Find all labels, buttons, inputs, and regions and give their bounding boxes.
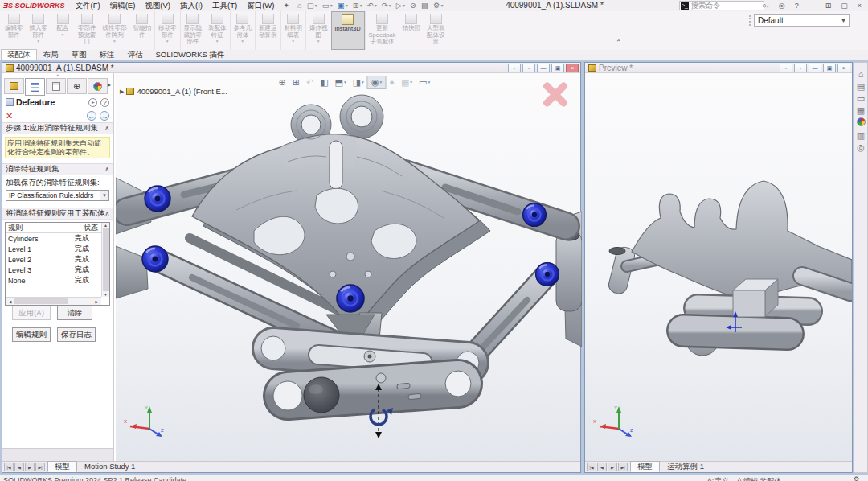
- vertical-scrollbar[interactable]: ▲▼: [101, 223, 109, 297]
- section-ruleset[interactable]: 消除特征规则集∧: [2, 163, 113, 175]
- collapse-ribbon-icon[interactable]: ⌃: [616, 39, 622, 47]
- ribbon-button[interactable]: Instant3D ▾: [331, 11, 365, 50]
- menu-item[interactable]: 工具(T): [207, 1, 242, 11]
- panels-icon[interactable]: ▤▾: [419, 0, 431, 11]
- forum-icon[interactable]: ◎: [857, 142, 865, 152]
- ribbon-tab[interactable]: 草图: [65, 49, 93, 60]
- ruleset-dropdown[interactable]: IP Classification Rule.slddrs▼: [6, 190, 109, 201]
- ribbon-tab[interactable]: 评估: [121, 49, 149, 60]
- tab-propertymanager[interactable]: [25, 78, 45, 96]
- ribbon-button[interactable]: 插入零 部件 ▾: [27, 11, 51, 50]
- apply-scene-icon[interactable]: ▦▾: [398, 76, 416, 88]
- clear-button[interactable]: 清除: [57, 306, 92, 320]
- search-icon[interactable]: ○▾: [757, 0, 773, 12]
- undo-icon[interactable]: ↶▾: [365, 0, 379, 11]
- ribbon-tab[interactable]: SOLIDWORKS 插件: [149, 49, 231, 60]
- viewport-tree-item[interactable]: ▶ 40099001_A (1) (Front E...: [120, 87, 227, 96]
- ribbon-button[interactable]: 线性零部 件阵列 ▾: [100, 11, 130, 50]
- defeatured-body[interactable]: [607, 181, 852, 356]
- table-row[interactable]: Level 3完成: [6, 265, 109, 275]
- last-tab-icon[interactable]: ▶|: [35, 462, 45, 471]
- zoom-fit-icon[interactable]: ⊕▾: [275, 76, 289, 88]
- ribbon-button[interactable]: 配合 ▾: [51, 11, 75, 50]
- new-document-icon[interactable]: ▢▾: [305, 0, 320, 11]
- search-input[interactable]: >_ 搜索命令: [679, 1, 764, 10]
- document-tab[interactable]: 运动算例 1: [660, 461, 711, 472]
- tab-configurations[interactable]: [46, 78, 66, 94]
- home-icon[interactable]: ⌂▾: [295, 0, 305, 11]
- restore-icon[interactable]: ▣: [823, 64, 836, 72]
- ribbon-tab[interactable]: 标注: [93, 49, 121, 60]
- appearances-icon[interactable]: ●: [857, 117, 866, 128]
- preview-window-titlebar[interactable]: Preview * ▫▫—▣×: [585, 63, 852, 73]
- central-plate[interactable]: [192, 95, 490, 356]
- ribbon-button[interactable]: 编辑零 部件 ▾: [2, 11, 27, 50]
- edit-appearance-icon[interactable]: ●▾: [386, 76, 398, 88]
- tab-appearances[interactable]: [88, 78, 108, 94]
- 3d-model[interactable]: [116, 73, 582, 462]
- table-row[interactable]: None完成: [6, 275, 109, 286]
- close-icon[interactable]: ×: [837, 64, 850, 72]
- menu-item[interactable]: 视图(V): [140, 1, 175, 11]
- ribbon-button[interactable]: 参考几 何体 ▾: [230, 11, 256, 50]
- save-icon[interactable]: ▣▾: [335, 0, 350, 11]
- apply-button[interactable]: 应用(A): [12, 306, 51, 320]
- next-tab-icon[interactable]: ▶: [25, 462, 35, 471]
- ribbon-tab[interactable]: 布局: [37, 49, 65, 60]
- horizontal-scrollbar[interactable]: ◀▶: [6, 297, 101, 305]
- minimize-icon[interactable]: —: [537, 64, 550, 72]
- pin-menu-icon[interactable]: ✦: [279, 2, 293, 10]
- open-icon[interactable]: ▭▾: [320, 0, 335, 11]
- ribbon-button[interactable]: 爆炸视 图 ▾: [305, 11, 331, 50]
- display-style-icon[interactable]: ◨▾: [350, 76, 367, 88]
- close-icon[interactable]: ×: [566, 64, 579, 72]
- forward-icon[interactable]: →: [100, 111, 109, 121]
- document-tab[interactable]: 模型: [47, 461, 77, 472]
- section-view-icon[interactable]: ◧▾: [317, 76, 331, 88]
- pin-icon[interactable]: +: [88, 98, 97, 107]
- cancel-icon[interactable]: ✕: [6, 111, 13, 121]
- hide-show-items-icon[interactable]: ◉▾: [367, 76, 386, 89]
- menu-item[interactable]: 编辑(E): [105, 1, 141, 11]
- table-row[interactable]: Level 1完成: [6, 244, 109, 254]
- prev-tab-icon[interactable]: ◀: [597, 462, 607, 471]
- minimize-icon[interactable]: —: [809, 64, 821, 72]
- document-window-titlebar[interactable]: 40099001_A (1).SLDASM * ▫▫—▣×: [2, 63, 580, 73]
- tab-featuremanager[interactable]: [4, 78, 24, 94]
- table-row[interactable]: Level 2完成: [6, 254, 109, 265]
- back-icon[interactable]: ←: [87, 111, 96, 121]
- section-step1[interactable]: 步骤 1:应用消除特征规则集∧: [2, 122, 113, 134]
- edit-rules-button[interactable]: 编辑规则: [12, 327, 51, 342]
- panel-flyout-icon[interactable]: ▸: [108, 81, 111, 88]
- close-icon[interactable]: ×▾: [853, 0, 866, 11]
- table-row[interactable]: Cylinders完成: [6, 233, 109, 244]
- options-gear-icon[interactable]: ⚙▾: [431, 0, 446, 11]
- last-tab-icon[interactable]: ▶|: [618, 462, 628, 471]
- document-tab[interactable]: 模型: [630, 461, 660, 472]
- attach-icon[interactable]: ⊘▾: [407, 0, 419, 11]
- ribbon-button[interactable]: 材料明 细表 ▾: [280, 11, 306, 50]
- pane2-icon[interactable]: ▫: [794, 64, 807, 72]
- minimize-icon[interactable]: —▾: [804, 0, 821, 11]
- file-explorer-icon[interactable]: ▭: [857, 93, 865, 103]
- restore-icon[interactable]: ▢▾: [836, 0, 853, 11]
- ribbon-button[interactable]: 更新 Speedpak 子装配体 ▾: [365, 11, 399, 50]
- section-apply-rules[interactable]: 将消除特征规则应用于装配体∧: [2, 208, 113, 220]
- zoom-area-icon[interactable]: ⊞▾: [289, 76, 303, 88]
- first-tab-icon[interactable]: |◀: [4, 462, 14, 471]
- next-tab-icon[interactable]: ▶: [608, 462, 617, 471]
- pane1-icon[interactable]: ▫: [780, 64, 792, 72]
- tab-dimxpert[interactable]: ⊕: [67, 78, 87, 94]
- menu-item[interactable]: 插入(I): [175, 1, 207, 11]
- expand-icon[interactable]: ▶: [120, 88, 124, 95]
- menu-item[interactable]: 文件(F): [71, 1, 105, 11]
- solidworks-resources-icon[interactable]: ⌂: [858, 69, 864, 79]
- restore-icon[interactable]: ▣: [551, 64, 564, 72]
- status-gear-icon[interactable]: ⚙: [854, 475, 859, 481]
- first-tab-icon[interactable]: |◀: [587, 462, 596, 471]
- ribbon-tab[interactable]: 装配体: [1, 49, 37, 60]
- view-orientation-icon[interactable]: ⬒▾: [332, 76, 350, 88]
- ribbon-button[interactable]: 拍快照 ▾: [399, 11, 424, 50]
- ribbon-button[interactable]: 新建运 动算例 ▾: [255, 11, 280, 50]
- select-icon[interactable]: ▷▾: [394, 0, 407, 11]
